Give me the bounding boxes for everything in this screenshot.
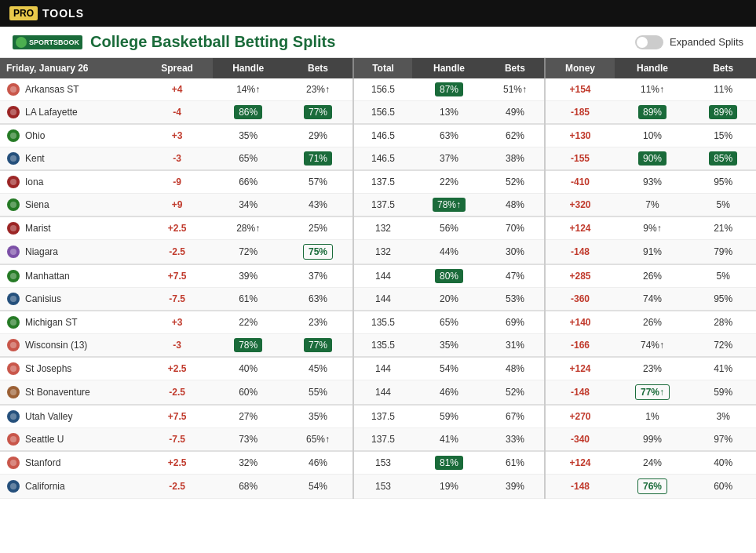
team-icon [6, 129, 20, 143]
team-cell: Stanford [0, 451, 141, 475]
col-total: Total [353, 58, 413, 78]
svg-point-31 [10, 436, 16, 442]
team-cell: Niagara [0, 240, 141, 265]
team-icon [6, 385, 20, 399]
team-cell: California [0, 475, 141, 499]
table-row: St Bonaventure -2.560%55%14446%52%-14877… [0, 380, 756, 406]
table-row: Arkansas ST +414%↑23%↑156.587%51%↑+15411… [0, 78, 756, 101]
team-icon [6, 82, 20, 96]
col-bets-3: Bets [690, 58, 756, 78]
team-name: Iona [25, 176, 43, 187]
team-cell: Wisconsin (13) [0, 334, 141, 358]
team-cell: Ohio [0, 124, 141, 147]
svg-point-17 [10, 273, 16, 279]
svg-point-35 [10, 483, 16, 489]
team-cell: LA Lafayette [0, 101, 141, 125]
col-handle-3: Handle [615, 58, 691, 78]
header-right: Expanded Splits [635, 35, 743, 49]
team-cell: Seattle U [0, 428, 141, 452]
svg-point-1 [10, 86, 16, 93]
team-cell: St Bonaventure [0, 380, 141, 406]
team-name: Niagara [25, 246, 58, 257]
svg-point-15 [10, 249, 16, 255]
col-money: Money [545, 58, 614, 78]
svg-point-23 [10, 342, 16, 348]
table-row: Seattle U -7.573%65%↑137.541%33%-34099%9… [0, 428, 756, 452]
svg-point-11 [10, 202, 16, 208]
team-cell: Utah Valley [0, 405, 141, 428]
header-left: SPORTSBOOK College Basketball Betting Sp… [13, 33, 335, 51]
col-handle-1: Handle [213, 58, 283, 78]
team-name: California [25, 481, 65, 492]
pro-badge: PRO [9, 6, 38, 20]
team-cell: Marist [0, 216, 141, 240]
team-cell: Kent [0, 147, 141, 171]
table-row: Niagara -2.572%75%13244%30%-14891%79% [0, 240, 756, 265]
table-row: Manhattan +7.539%37%14480%47%+28526%5% [0, 264, 756, 288]
team-cell: Siena [0, 194, 141, 217]
table-row: Siena +934%43%137.578%↑48%+3207%5% [0, 194, 756, 217]
team-name: Manhattan [25, 271, 70, 282]
team-name: Wisconsin (13) [25, 340, 87, 351]
team-name: Utah Valley [25, 411, 72, 422]
table-row: Marist +2.528%↑25%13256%70%+1249%↑21% [0, 216, 756, 240]
team-name: Marist [25, 223, 51, 234]
table-row: Wisconsin (13) -378%77%135.535%31%-16674… [0, 334, 756, 358]
sportsbook-badge: SPORTSBOOK [13, 35, 82, 49]
team-icon [6, 409, 20, 424]
page-title: College Basketball Betting Splits [90, 33, 335, 51]
team-icon [6, 479, 20, 493]
table-row: LA Lafayette -486%77%156.513%49%-18589%8… [0, 101, 756, 125]
col-spread: Spread [141, 58, 213, 78]
team-name: Siena [25, 199, 49, 210]
svg-point-5 [10, 133, 16, 139]
team-cell: Manhattan [0, 264, 141, 288]
team-cell: Michigan ST [0, 311, 141, 334]
expanded-splits-toggle[interactable] [635, 35, 663, 49]
team-cell: Arkansas ST [0, 78, 141, 101]
team-name: Michigan ST [25, 317, 78, 328]
svg-point-25 [10, 366, 16, 372]
team-icon [6, 175, 20, 189]
team-name: Arkansas ST [25, 84, 79, 95]
table-row: St Josephs +2.540%45%14454%48%+12423%41% [0, 357, 756, 380]
team-icon [6, 221, 20, 235]
tools-text: TOOLS [42, 7, 84, 20]
sportsbook-icon [16, 37, 27, 48]
team-name: St Bonaventure [25, 387, 90, 398]
table-row: Ohio +335%29%146.563%62%+13010%15% [0, 124, 756, 147]
table-row: Kent -365%71%146.537%38%-15590%85% [0, 147, 756, 171]
svg-point-7 [10, 155, 16, 162]
svg-point-21 [10, 319, 16, 326]
table-row: Stanford +2.532%46%15381%61%+12424%40% [0, 451, 756, 475]
team-icon [6, 456, 20, 470]
expanded-splits-label: Expanded Splits [670, 36, 743, 48]
team-icon [6, 269, 20, 283]
team-cell: St Josephs [0, 357, 141, 380]
team-icon [6, 151, 20, 166]
team-icon [6, 105, 20, 119]
svg-point-29 [10, 413, 16, 420]
col-handle-2: Handle [412, 58, 485, 78]
team-icon [6, 362, 20, 376]
table-row: California -2.568%54%15319%39%-14876%60% [0, 475, 756, 499]
team-name: Kent [25, 153, 45, 164]
top-bar: PRO TOOLS [0, 0, 756, 27]
table-row: Utah Valley +7.527%35%137.559%67%+2701%3… [0, 405, 756, 428]
svg-point-13 [10, 225, 16, 231]
team-name: St Josephs [25, 363, 71, 374]
sportsbook-label: SPORTSBOOK [29, 38, 79, 46]
header-bar: SPORTSBOOK College Basketball Betting Sp… [0, 27, 756, 58]
team-name: Canisius [25, 293, 61, 304]
svg-point-9 [10, 179, 16, 185]
col-bets-2: Bets [486, 58, 546, 78]
svg-point-3 [10, 109, 16, 115]
team-name: LA Lafayette [25, 107, 78, 118]
team-icon [6, 338, 20, 352]
col-bets-1: Bets [283, 58, 352, 78]
team-name: Stanford [25, 457, 60, 468]
table-row: Canisius -7.561%63%14420%53%-36074%95% [0, 288, 756, 311]
table-row: Iona -966%57%137.522%52%-41093%95% [0, 170, 756, 194]
date-header: Friday, January 26 [0, 58, 141, 78]
table-row: Michigan ST +322%23%135.565%69%+14026%28… [0, 311, 756, 334]
